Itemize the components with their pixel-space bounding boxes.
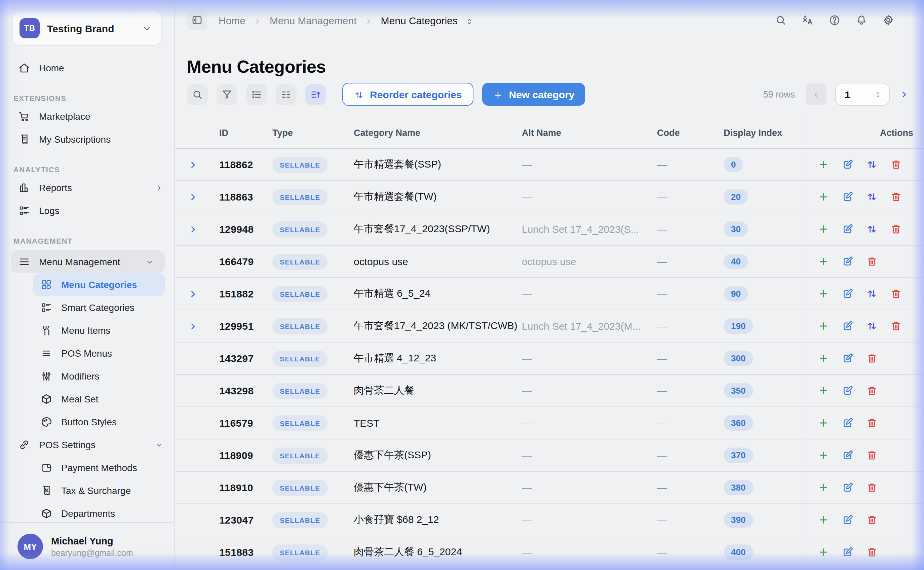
- cell-actions: [803, 224, 924, 235]
- sidebar-item-payment-methods[interactable]: Payment Methods: [33, 456, 165, 479]
- edit-row-button[interactable]: [842, 352, 854, 364]
- sidebar-item-button-styles[interactable]: Button Styles: [33, 411, 165, 434]
- delete-row-button[interactable]: [866, 449, 878, 461]
- sidebar-item-label: Smart Categories: [61, 302, 165, 313]
- sidebar-item-label: Menu Management: [39, 256, 145, 267]
- add-row-button[interactable]: [818, 385, 829, 396]
- reorder-row-button[interactable]: [866, 191, 878, 202]
- reorder-categories-button[interactable]: Reorder categories: [342, 83, 473, 106]
- sidebar-item-departments[interactable]: Departments: [33, 502, 165, 525]
- previous-page-button[interactable]: [806, 83, 826, 105]
- add-row-button[interactable]: [818, 224, 829, 235]
- cell-type: SELLABLE: [272, 480, 354, 496]
- edit-row-button[interactable]: [842, 482, 854, 493]
- bell-button[interactable]: [855, 14, 867, 26]
- edit-row-button[interactable]: [842, 320, 854, 332]
- add-row-button[interactable]: [818, 320, 829, 332]
- delete-row-button[interactable]: [866, 385, 878, 396]
- delete-row-button[interactable]: [866, 352, 878, 364]
- cols-tool-button[interactable]: [276, 84, 296, 105]
- chevron-left-icon: [812, 90, 820, 99]
- edit-row-button[interactable]: [842, 449, 854, 461]
- expand-row-button[interactable]: [188, 159, 199, 170]
- sidebar-item-home[interactable]: Home: [0, 57, 174, 80]
- gear-button[interactable]: [882, 14, 894, 26]
- sortup-tool-button[interactable]: [305, 84, 326, 105]
- breadcrumb-item-menu-management[interactable]: Menu Management: [270, 14, 357, 26]
- expand-row-button[interactable]: [188, 288, 199, 299]
- sidebar-item-pos-menus[interactable]: POS Menus: [33, 342, 165, 365]
- search-tool-button[interactable]: [187, 84, 208, 105]
- reorder-row-button[interactable]: [866, 159, 878, 170]
- edit-row-button[interactable]: [842, 256, 854, 267]
- sidebar-item-meal-set[interactable]: Meal Set: [33, 388, 165, 411]
- delete-row-button[interactable]: [866, 547, 878, 558]
- expand-row-button[interactable]: [188, 224, 199, 234]
- sidebar-item-smart-categories[interactable]: Smart Categories: [33, 296, 165, 319]
- add-row-button[interactable]: [818, 547, 829, 558]
- edit-row-button[interactable]: [842, 385, 854, 396]
- sidebar-item-pos-settings[interactable]: POS Settings: [0, 434, 174, 456]
- expand-row-button[interactable]: [188, 321, 199, 331]
- delete-row-button[interactable]: [890, 320, 902, 332]
- brand-selector[interactable]: TB Testing Brand: [12, 11, 162, 46]
- add-row-button[interactable]: [818, 482, 829, 493]
- add-row-button[interactable]: [818, 256, 829, 267]
- edit-row-button[interactable]: [842, 191, 854, 202]
- cell-code: —: [657, 385, 724, 396]
- add-row-button[interactable]: [818, 417, 829, 429]
- delete-row-button[interactable]: [866, 256, 878, 267]
- sidebar-item-my-subscriptions[interactable]: My Subscriptions: [0, 128, 174, 151]
- delete-row-button[interactable]: [866, 482, 878, 493]
- new-category-label: New category: [509, 89, 574, 100]
- sidebar-item-menu-categories[interactable]: Menu Categories: [33, 273, 165, 296]
- page-number-input[interactable]: 1: [835, 83, 890, 106]
- edit-row-button[interactable]: [842, 224, 854, 235]
- breadcrumb-item-home[interactable]: Home: [218, 14, 246, 26]
- new-category-button[interactable]: New category: [482, 83, 585, 106]
- table-row: 143298SELLABLE肉骨茶二人餐——350: [176, 375, 924, 407]
- breadcrumb-selector-button[interactable]: [466, 14, 474, 26]
- delete-row-button[interactable]: [866, 417, 878, 429]
- add-row-button[interactable]: [818, 288, 829, 299]
- reorder-row-button[interactable]: [866, 288, 878, 299]
- reorder-row-button[interactable]: [866, 224, 878, 235]
- listbul-tool-button[interactable]: [246, 84, 267, 105]
- delete-row-button[interactable]: [890, 288, 902, 299]
- sidebar-item-tax-surcharge[interactable]: Tax & Surcharge: [33, 479, 165, 502]
- translate-button[interactable]: [802, 14, 814, 26]
- funnel-tool-button[interactable]: [217, 84, 237, 105]
- edit-row-button[interactable]: [842, 417, 854, 429]
- edit-row-button[interactable]: [842, 159, 854, 170]
- add-row-button[interactable]: [818, 514, 829, 526]
- add-row-button[interactable]: [818, 449, 829, 461]
- delete-row-button[interactable]: [890, 191, 902, 202]
- help-button[interactable]: [828, 14, 841, 26]
- delete-row-button[interactable]: [890, 159, 902, 170]
- edit-row-button[interactable]: [842, 547, 854, 558]
- edit-row-button[interactable]: [842, 514, 854, 526]
- add-row-button[interactable]: [818, 159, 829, 170]
- expand-row-button[interactable]: [188, 192, 199, 202]
- add-row-button[interactable]: [818, 352, 829, 364]
- page-stepper[interactable]: [874, 88, 882, 100]
- user-menu[interactable]: MY Michael Yung bearyung@gmail.com: [0, 522, 174, 570]
- delete-row-button[interactable]: [890, 224, 902, 235]
- delete-row-button[interactable]: [866, 514, 878, 526]
- sidebar-item-logs[interactable]: Logs: [0, 199, 174, 222]
- sidebar-toggle-button[interactable]: [187, 10, 207, 30]
- sidebar-item-menu-management[interactable]: Menu Management: [11, 250, 165, 273]
- sidebar-item-marketplace[interactable]: Marketplace: [0, 105, 174, 128]
- next-page-button[interactable]: [899, 89, 909, 99]
- reorder-row-button[interactable]: [866, 320, 878, 332]
- sidebar-item-reports[interactable]: Reports: [0, 176, 174, 199]
- cell-id: 118862: [219, 159, 272, 170]
- search-button[interactable]: [775, 14, 787, 26]
- sidebar-item-menu-items[interactable]: Menu Items: [33, 319, 165, 342]
- edit-row-button[interactable]: [842, 288, 854, 299]
- add-row-button[interactable]: [818, 191, 829, 202]
- sidebar-item-label: Home: [39, 63, 174, 74]
- sidebar-item-modifiers[interactable]: Modifiers: [33, 365, 165, 388]
- cell-code: —: [657, 191, 724, 202]
- cell-expand: [176, 321, 219, 331]
